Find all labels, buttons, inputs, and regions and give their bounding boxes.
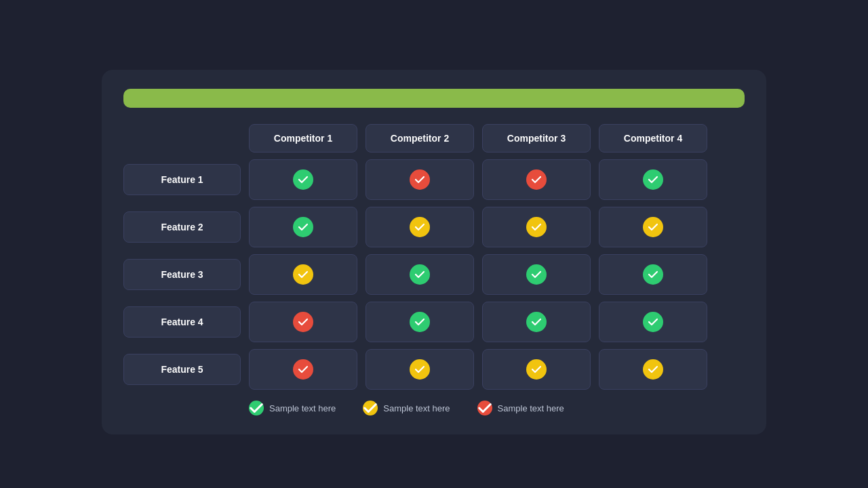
check-cell-r2-c4 <box>599 207 707 247</box>
check-cell-r2-c1 <box>249 207 357 247</box>
feature-cell-2: Feature 2 <box>123 211 241 243</box>
legend-item-green: Sample text here <box>249 401 336 415</box>
check-icon-green <box>643 312 663 332</box>
table-row: Feature 5 <box>123 349 745 390</box>
check-icon-red <box>293 312 313 332</box>
competitor-header-3: Competitor 3 <box>482 124 591 152</box>
check-cell-r5-c2 <box>366 349 474 390</box>
card: Competitor 1Competitor 2Competitor 3Comp… <box>102 70 766 434</box>
legend-row: Sample text here Sample text here Sample… <box>249 401 745 415</box>
check-icon-green <box>526 312 547 332</box>
check-cell-r4-c3 <box>482 302 591 342</box>
check-cell-r3-c1 <box>249 254 357 295</box>
check-icon-red <box>293 359 313 380</box>
check-icon-green <box>643 169 663 190</box>
check-icon-red <box>410 169 430 190</box>
feature-cell-4: Feature 4 <box>123 306 241 338</box>
check-cell-r5-c3 <box>482 349 591 390</box>
table-area: Competitor 1Competitor 2Competitor 3Comp… <box>123 124 745 415</box>
check-cell-r2-c3 <box>482 207 591 247</box>
check-cell-r1-c3 <box>482 159 591 200</box>
check-icon-yellow <box>410 359 430 380</box>
legend-text: Sample text here <box>498 403 564 413</box>
feature-cell-5: Feature 5 <box>123 354 241 385</box>
check-cell-r5-c1 <box>249 349 357 390</box>
legend-icon-green <box>249 401 264 415</box>
competitor-header-4: Competitor 4 <box>599 124 707 152</box>
legend-icon-red <box>477 401 492 415</box>
competition-header <box>123 89 745 108</box>
check-cell-r1-c4 <box>599 159 707 200</box>
feature-cell-1: Feature 1 <box>123 164 241 195</box>
check-cell-r4-c1 <box>249 302 357 342</box>
competitor-header-1: Competitor 1 <box>249 124 357 152</box>
check-icon-yellow <box>526 217 547 237</box>
check-cell-r2-c2 <box>366 207 474 247</box>
check-cell-r4-c4 <box>599 302 707 342</box>
legend-text: Sample text here <box>269 403 336 413</box>
table-row: Feature 2 <box>123 207 745 247</box>
check-icon-yellow <box>643 359 663 380</box>
table-rows: Feature 1 Feature 2 Feature 3 Feature 4 <box>123 159 745 390</box>
check-cell-r3-c3 <box>482 254 591 295</box>
table-row: Feature 4 <box>123 302 745 342</box>
check-icon-yellow <box>293 264 313 285</box>
check-icon-green <box>643 264 663 285</box>
check-icon-red <box>526 169 547 190</box>
check-icon-green <box>526 264 547 285</box>
check-cell-r3-c4 <box>599 254 707 295</box>
check-icon-green <box>410 312 430 332</box>
table-row: Feature 3 <box>123 254 745 295</box>
table-row: Feature 1 <box>123 159 745 200</box>
feature-cell-3: Feature 3 <box>123 259 241 290</box>
legend-item-yellow: Sample text here <box>363 401 450 415</box>
check-cell-r1-c1 <box>249 159 357 200</box>
check-icon-green <box>293 217 313 237</box>
legend-text: Sample text here <box>383 403 450 413</box>
check-cell-r4-c2 <box>366 302 474 342</box>
legend-icon-yellow <box>363 401 378 415</box>
check-icon-yellow <box>643 217 663 237</box>
check-icon-yellow <box>526 359 547 380</box>
check-cell-r3-c2 <box>366 254 474 295</box>
check-icon-green <box>410 264 430 285</box>
check-icon-green <box>293 169 313 190</box>
table-header-row: Competitor 1Competitor 2Competitor 3Comp… <box>249 124 745 152</box>
check-icon-yellow <box>410 217 430 237</box>
check-cell-r5-c4 <box>599 349 707 390</box>
legend-item-red: Sample text here <box>477 401 564 415</box>
check-cell-r1-c2 <box>366 159 474 200</box>
competitor-header-2: Competitor 2 <box>366 124 474 152</box>
